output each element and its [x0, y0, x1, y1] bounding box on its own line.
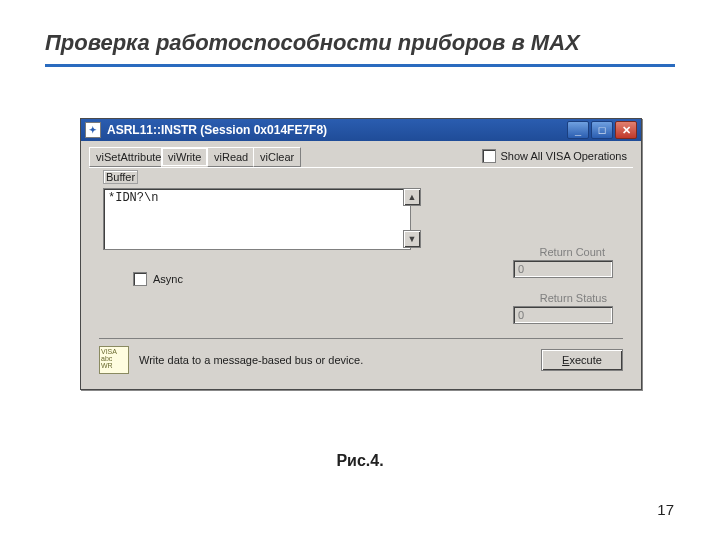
- visa-session-window: ✦ ASRL11::INSTR (Session 0x014FE7F8) _ □…: [80, 118, 642, 390]
- page-number: 17: [657, 501, 674, 518]
- app-icon: ✦: [85, 122, 101, 138]
- execute-button[interactable]: Execute: [541, 349, 623, 371]
- window-title-text: ASRL11::INSTR (Session 0x014FE7F8): [107, 123, 327, 137]
- minimize-button[interactable]: _: [567, 121, 589, 139]
- return-count-label: Return Count: [540, 246, 605, 258]
- window-titlebar: ✦ ASRL11::INSTR (Session 0x014FE7F8) _ □…: [81, 119, 641, 141]
- tab-label: viWrite: [168, 151, 201, 163]
- maximize-button[interactable]: □: [591, 121, 613, 139]
- show-all-visa-checkbox[interactable]: Show All VISA Operations: [482, 149, 627, 163]
- scroll-down-button[interactable]: ▼: [403, 230, 421, 248]
- hint-icon-line: WR: [101, 362, 127, 369]
- tab-viwrite[interactable]: viWrite: [161, 147, 208, 167]
- title-underline: [45, 64, 675, 67]
- async-label: Async: [153, 273, 183, 285]
- window-client-area: viSetAttribute viWrite viRead viClear Sh…: [81, 141, 641, 389]
- checkbox-box[interactable]: [482, 149, 496, 163]
- tab-label: viSetAttribute: [96, 151, 161, 163]
- scroll-up-button[interactable]: ▲: [403, 188, 421, 206]
- return-status-label: Return Status: [540, 292, 607, 304]
- figure-label: Рис.4.: [0, 452, 720, 470]
- buffer-group-label: Buffer: [103, 170, 138, 184]
- show-all-visa-label: Show All VISA Operations: [500, 150, 627, 162]
- tab-visetattribute[interactable]: viSetAttribute: [89, 147, 168, 167]
- tab-label: viClear: [260, 151, 294, 163]
- buffer-textarea[interactable]: *IDN?\n: [103, 188, 411, 250]
- close-button[interactable]: ✕: [615, 121, 637, 139]
- hint-icon-line: abc: [101, 355, 127, 362]
- tab-viread[interactable]: viRead: [207, 147, 255, 167]
- hint-icon-line: VISA: [101, 348, 127, 355]
- checkbox-box[interactable]: [133, 272, 147, 286]
- tab-label: viRead: [214, 151, 248, 163]
- hint-row: VISA abc WR Write data to a message-base…: [99, 338, 623, 375]
- tab-viclear[interactable]: viClear: [253, 147, 301, 167]
- tab-panel: Buffer *IDN?\n ▲ ▼ Async Return Count 0 …: [89, 167, 633, 381]
- return-status-field: 0: [513, 306, 613, 324]
- hint-icon: VISA abc WR: [99, 346, 129, 374]
- page-title: Проверка работоспособности приборов в MA…: [45, 30, 580, 56]
- execute-button-rest: xecute: [569, 354, 601, 366]
- hint-text: Write data to a message-based bus or dev…: [139, 354, 541, 366]
- return-count-field: 0: [513, 260, 613, 278]
- async-checkbox[interactable]: Async: [133, 272, 183, 286]
